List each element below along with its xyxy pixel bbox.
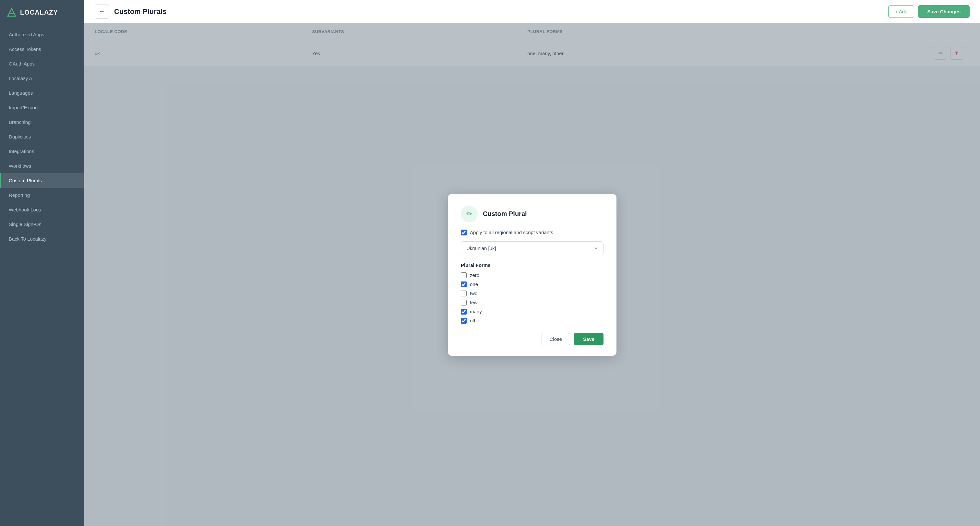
sidebar-item-duplicities[interactable]: Duplicities — [0, 129, 84, 144]
checkbox-many[interactable] — [461, 309, 467, 315]
label-many[interactable]: many — [470, 309, 482, 314]
sidebar-item-access-tokens[interactable]: Access Tokens — [0, 42, 84, 56]
label-two[interactable]: two — [470, 291, 477, 296]
logo-icon — [6, 7, 17, 17]
sidebar-nav: Authorized Apps Access Tokens OAuth Apps… — [0, 25, 84, 249]
plural-forms-heading: Plural Forms — [461, 262, 603, 268]
plural-form-zero: zero — [461, 272, 603, 278]
checkbox-two[interactable] — [461, 291, 467, 296]
language-select[interactable]: Ukrainian [uk] — [461, 241, 603, 255]
page-title: Custom Plurals — [114, 8, 883, 16]
label-few[interactable]: few — [470, 300, 477, 305]
modal-icon: ✏ — [461, 206, 478, 222]
modal-header: ✏ Custom Plural — [461, 206, 603, 222]
main-content: ← Custom Plurals + Add Save Changes Loca… — [84, 0, 980, 526]
sidebar-item-integrations[interactable]: Integrations — [0, 144, 84, 159]
sidebar-item-webhook-logs[interactable]: Webhook Logs — [0, 202, 84, 217]
sidebar-item-back-to-localazy[interactable]: Back To Localazy — [0, 232, 84, 246]
sidebar-item-single-sign-on[interactable]: Single Sign-On — [0, 217, 84, 232]
apply-all-variants-row: Apply to all regional and script variant… — [461, 230, 603, 235]
apply-all-checkbox[interactable] — [461, 230, 467, 235]
modal-title: Custom Plural — [483, 210, 527, 218]
close-button[interactable]: Close — [542, 333, 570, 345]
plural-form-two: two — [461, 291, 603, 296]
modal-footer: Close Save — [461, 333, 603, 345]
apply-all-label[interactable]: Apply to all regional and script variant… — [470, 230, 553, 235]
svg-marker-0 — [8, 8, 16, 16]
plural-form-few: few — [461, 300, 603, 305]
custom-plural-modal: ✏ Custom Plural Apply to all regional an… — [448, 194, 616, 356]
label-one[interactable]: one — [470, 281, 478, 287]
sidebar-item-custom-plurals[interactable]: Custom Plurals — [0, 173, 84, 188]
label-zero[interactable]: zero — [470, 272, 479, 278]
logo[interactable]: LOCALAZY — [0, 0, 84, 25]
plural-form-one: one — [461, 281, 603, 287]
sidebar-item-reporting[interactable]: Reporting — [0, 188, 84, 202]
save-changes-button[interactable]: Save Changes — [918, 5, 970, 18]
sidebar: LOCALAZY Authorized Apps Access Tokens O… — [0, 0, 84, 526]
logo-text: LOCALAZY — [20, 9, 58, 16]
modal-overlay[interactable]: ✏ Custom Plural Apply to all regional an… — [84, 23, 980, 526]
plural-forms-list: zero one two few — [461, 272, 603, 324]
sidebar-item-languages[interactable]: Languages — [0, 86, 84, 100]
checkbox-few[interactable] — [461, 300, 467, 305]
sidebar-item-authorized-apps[interactable]: Authorized Apps — [0, 27, 84, 42]
plural-form-other: other — [461, 318, 603, 324]
header-actions: + Add Save Changes — [888, 5, 970, 18]
sidebar-item-import-export[interactable]: Import/Export — [0, 100, 84, 115]
label-other[interactable]: other — [470, 318, 481, 323]
plural-form-many: many — [461, 309, 603, 315]
checkbox-one[interactable] — [461, 281, 467, 287]
sidebar-item-localazy-ai[interactable]: Localazy AI — [0, 71, 84, 86]
checkbox-other[interactable] — [461, 318, 467, 324]
content-area: Locale Code Subvariants Plural Forms uk … — [84, 23, 980, 526]
back-arrow-icon: ← — [99, 8, 105, 15]
sidebar-item-workflows[interactable]: Workflows — [0, 159, 84, 173]
back-button[interactable]: ← — [95, 5, 109, 19]
sidebar-item-oauth-apps[interactable]: OAuth Apps — [0, 56, 84, 71]
sidebar-item-branching[interactable]: Branching — [0, 115, 84, 129]
checkbox-zero[interactable] — [461, 272, 467, 278]
header: ← Custom Plurals + Add Save Changes — [84, 0, 980, 23]
pencil-modal-icon: ✏ — [466, 210, 472, 218]
save-modal-button[interactable]: Save — [574, 333, 603, 345]
add-button[interactable]: + Add — [888, 5, 915, 18]
